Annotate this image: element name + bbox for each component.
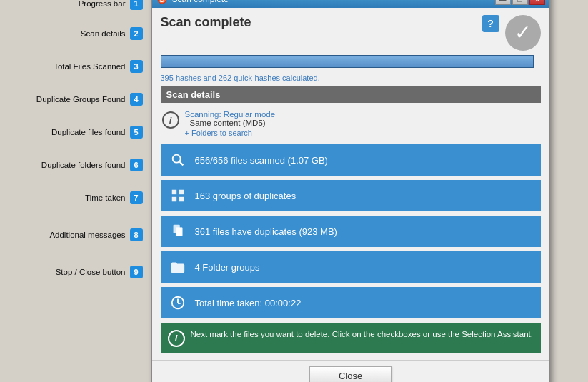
annotation-2: Scan details 2 <box>0 17 146 50</box>
files-icon <box>168 221 188 241</box>
result-text-0: 656/656 files scanned (1.07 GB) <box>195 155 328 166</box>
svg-line-3 <box>179 161 183 165</box>
annotation-4: Duplicate Groups Found 4 <box>0 83 146 116</box>
annotation-8: Additional messages 8 <box>0 214 146 256</box>
annotation-label-1: Progress bar <box>79 0 126 8</box>
window-close-button[interactable]: ✕ <box>529 0 545 5</box>
svg-rect-7 <box>179 197 183 201</box>
app-icon: D <box>156 0 168 5</box>
dialog-body: Scan complete ? ✓ 395 hashes and 262 qui… <box>152 8 549 360</box>
titlebar: D Scan complete — □ ✕ <box>152 0 549 8</box>
annotation-sidebar: Progress bar 1 Scan details 2 Total File… <box>0 0 146 288</box>
annotation-badge-8: 8 <box>130 228 143 241</box>
svg-rect-5 <box>179 190 183 194</box>
annotation-5: Duplicate files found 5 <box>0 116 146 149</box>
search-icon <box>168 150 188 170</box>
result-row-2: 361 files have duplicates (923 MB) <box>161 216 541 247</box>
folder-icon <box>168 257 188 277</box>
result-text-3: 4 Folder groups <box>195 262 260 273</box>
annotation-label-8: Additional messages <box>49 231 125 239</box>
svg-point-2 <box>172 155 180 163</box>
maximize-button[interactable]: □ <box>512 0 528 5</box>
info-icon: i <box>162 111 179 129</box>
titlebar-buttons: — □ ✕ <box>495 0 545 5</box>
dialog-footer: Close <box>152 360 549 382</box>
grid-icon <box>168 186 188 206</box>
annotation-badge-6: 6 <box>130 159 143 171</box>
hash-text: 395 hashes and 262 quick-hashes calculat… <box>161 74 541 82</box>
annotation-label-6: Duplicate folders found <box>41 161 126 169</box>
annotation-badge-9: 9 <box>130 266 143 278</box>
folders-link[interactable]: + Folders to search <box>185 129 276 137</box>
additional-message-text: Next mark the files you want to delete. … <box>191 328 533 340</box>
result-text-2: 361 files have duplicates (923 MB) <box>195 226 337 237</box>
scan-mode-line2: - Same content (MD5) <box>185 119 276 127</box>
result-row-4: Total time taken: 00:00:22 <box>161 287 541 318</box>
clock-icon <box>168 293 188 313</box>
result-row-1: 163 groups of duplicates <box>161 180 541 211</box>
annotation-label-7: Time taken <box>85 193 125 202</box>
annotation-9: Stop / Close button 9 <box>0 256 146 288</box>
annotation-label-5: Duplicate files found <box>51 128 126 136</box>
annotation-badge-4: 4 <box>130 93 143 106</box>
svg-rect-6 <box>171 197 176 201</box>
close-button[interactable]: Close <box>309 366 392 382</box>
annotation-label-3: Total Files Scanned <box>54 62 125 71</box>
annotation-6: Duplicate folders found 6 <box>0 149 146 181</box>
annotation-label-9: Stop / Close button <box>56 268 126 276</box>
annotation-badge-2: 2 <box>130 27 143 40</box>
message-info-icon: i <box>168 330 185 347</box>
minimize-button[interactable]: — <box>495 0 511 5</box>
annotation-badge-5: 5 <box>130 126 143 139</box>
progress-bar <box>161 55 534 68</box>
scan-info-text: Scanning: Regular mode - Same content (M… <box>185 110 276 137</box>
help-button[interactable]: ? <box>482 15 499 32</box>
scan-details-header: Scan details <box>161 86 541 103</box>
annotation-label-2: Scan details <box>81 29 126 38</box>
svg-rect-9 <box>176 228 182 236</box>
progress-bar-fill <box>161 56 533 67</box>
annotation-label-4: Duplicate Groups Found <box>36 95 126 104</box>
scan-info-row: i Scanning: Regular mode - Same content … <box>161 107 541 140</box>
svg-text:D: D <box>159 0 164 4</box>
annotation-badge-1: 1 <box>130 0 143 10</box>
annotation-7: Time taken 7 <box>0 181 146 214</box>
annotation-badge-3: 3 <box>130 60 143 73</box>
annotation-badge-7: 7 <box>130 191 143 204</box>
titlebar-title: Scan complete <box>172 0 491 4</box>
svg-rect-4 <box>171 190 176 194</box>
checkmark-icon: ✓ <box>505 15 541 51</box>
annotation-3: Total Files Scanned 3 <box>0 50 146 83</box>
additional-message-row: i Next mark the files you want to delete… <box>161 323 541 353</box>
result-row-3: 4 Folder groups <box>161 251 541 283</box>
result-text-1: 163 groups of duplicates <box>195 191 297 201</box>
annotation-1: Progress bar 1 <box>0 0 146 17</box>
result-text-4: Total time taken: 00:00:22 <box>195 298 302 308</box>
dialog-title: Scan complete <box>161 15 251 30</box>
scan-complete-dialog: D Scan complete — □ ✕ Scan complete ? ✓ <box>151 0 550 382</box>
result-row-0: 656/656 files scanned (1.07 GB) <box>161 144 541 176</box>
scan-mode-line1: Scanning: Regular mode <box>185 110 276 119</box>
